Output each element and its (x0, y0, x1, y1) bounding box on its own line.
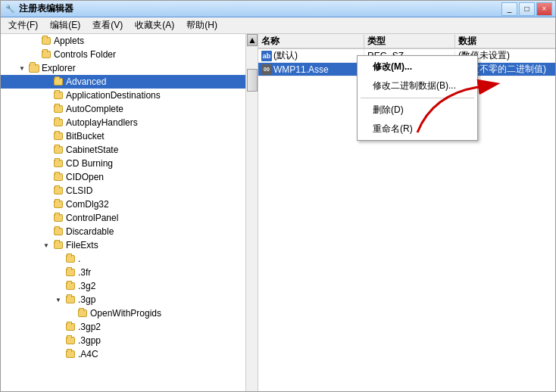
tree-label-dot: . (78, 252, 80, 266)
tree-item-discardable[interactable]: Discardable (1, 225, 258, 238)
tree-item-a4c[interactable]: .A4C (1, 347, 258, 361)
tree-item-explorer[interactable]: Explorer (1, 61, 258, 75)
tree-label-explorer: Explorer (42, 61, 76, 75)
tree-item-autocomplete[interactable]: AutoComplete (1, 102, 258, 116)
col-header-name: 名称 (258, 35, 364, 48)
context-menu-item-rename[interactable]: 重命名(R) (358, 120, 477, 138)
tree-label-cabinetstate: CabinetState (66, 143, 118, 157)
tree-label-cidopen: CIDOpen (66, 170, 104, 184)
tree-label-3gp2: .3gp2 (78, 320, 101, 334)
tree-label-autoplay: AutoplayHandlers (66, 116, 138, 129)
tree-panel[interactable]: Applets Controls Folder Explorer Advance… (1, 34, 258, 392)
folder-icon (52, 212, 64, 224)
col-header-data: 数据 (455, 35, 555, 48)
reg-name-default: (默认) (273, 49, 298, 62)
right-panel: 名称 类型 数据 ab (默认) REG_SZ (数值未设置) 00 WMP11… (258, 34, 555, 392)
context-menu-item-modify-binary[interactable]: 修改二进制数据(B)... (358, 76, 477, 95)
tree-item-cabinetstate[interactable]: CabinetState (1, 143, 258, 157)
folder-icon (64, 348, 77, 360)
reg-cell-name-wmp11: 00 WMP11.Asse (258, 64, 364, 75)
tree-item-3gp[interactable]: .3gp (1, 293, 258, 306)
folder-icon (52, 103, 64, 115)
scrollbar-thumb[interactable] (247, 69, 258, 92)
folder-icon (52, 171, 64, 183)
tree-label-a4c: .A4C (78, 347, 98, 361)
tree-item-controlpanel[interactable]: ControlPanel (1, 211, 258, 225)
tree-label-bitbucket: BitBucket (66, 129, 105, 143)
tree-label-autocomplete: AutoComplete (66, 102, 123, 116)
menu-help[interactable]: 帮助(H) (180, 17, 223, 33)
folder-icon-openwith (77, 307, 89, 319)
tree-item-3fr[interactable]: .3fr (1, 266, 258, 279)
tree-item-comdlg32[interactable]: ComDlg32 (1, 198, 258, 211)
tree-label-comdlg32: ComDlg32 (66, 198, 109, 211)
folder-icon (52, 144, 64, 156)
context-menu-item-delete[interactable]: 删除(D) (358, 101, 477, 120)
tree-label-3gp: .3gp (78, 293, 95, 306)
expand-icon-fileexts[interactable] (40, 242, 52, 249)
tree-item-dot[interactable]: . (1, 252, 258, 266)
reg-type-icon-bits: 00 (261, 64, 272, 75)
tree-label-advanced: Advanced (66, 75, 106, 89)
tree-label-discardable: Discardable (66, 225, 114, 238)
tree-item-fileexts[interactable]: FileExts (1, 238, 258, 252)
folder-icon (64, 321, 77, 333)
tree-item-advanced[interactable]: Advanced (1, 75, 258, 89)
tree-item-clsid[interactable]: CLSID (1, 184, 258, 198)
minimize-button[interactable]: _ (501, 2, 517, 16)
tree-item-autoplay[interactable]: AutoplayHandlers (1, 116, 258, 129)
app-icon: 🔧 (4, 3, 16, 15)
menu-edit[interactable]: 编辑(E) (44, 17, 86, 33)
context-menu: 修改(M)... 修改二进制数据(B)... 删除(D) 重命名(R) (357, 55, 478, 141)
tree-item-openwithprogids[interactable]: OpenWithProgids (1, 306, 258, 320)
folder-icon (40, 48, 52, 61)
close-button[interactable]: × (536, 2, 552, 16)
context-menu-item-modify[interactable]: 修改(M)... (358, 58, 477, 76)
folder-icon-advanced (52, 76, 64, 88)
scrollbar-up-arrow[interactable]: ▲ (247, 34, 258, 46)
reg-name-wmp11: WMP11.Asse (273, 64, 329, 75)
folder-icon-explorer (28, 62, 40, 74)
expand-icon-3gp[interactable] (52, 297, 64, 303)
menu-favorites[interactable]: 收藏夹(A) (129, 17, 180, 33)
tree-item-applets[interactable]: Applets (1, 34, 258, 48)
tree-scrollbar[interactable]: ▲ (245, 34, 258, 392)
registry-table-header: 名称 类型 数据 (258, 34, 555, 49)
folder-icon (52, 117, 64, 129)
folder-icon-fileexts (52, 239, 64, 251)
menu-view[interactable]: 查看(V) (86, 17, 129, 33)
folder-icon (64, 266, 77, 278)
tree-item-3g2[interactable]: .3g2 (1, 279, 258, 293)
folder-icon (52, 89, 64, 101)
tree-item-appdests[interactable]: ApplicationDestinations (1, 89, 258, 102)
folder-icon (52, 157, 64, 170)
menu-file[interactable]: 文件(F) (2, 17, 44, 33)
col-header-type: 类型 (364, 35, 455, 48)
tree-item-cidopen[interactable]: CIDOpen (1, 170, 258, 184)
title-bar: 🔧 注册表编辑器 _ □ × (1, 1, 555, 17)
folder-icon-3gp (64, 294, 77, 306)
folder-icon (52, 198, 64, 210)
folder-icon (64, 280, 77, 292)
maximize-button[interactable]: □ (519, 2, 535, 16)
main-content: Applets Controls Folder Explorer Advance… (1, 34, 555, 392)
menu-bar: 文件(F) 编辑(E) 查看(V) 收藏夹(A) 帮助(H) (1, 17, 555, 34)
folder-icon (64, 253, 77, 265)
expand-icon-explorer[interactable] (16, 65, 28, 72)
tree-label-fileexts: FileExts (66, 238, 98, 252)
tree-item-controls-folder[interactable]: Controls Folder (1, 48, 258, 61)
tree-label-cdburning: CD Burning (66, 157, 113, 170)
reg-cell-name-default: ab (默认) (258, 49, 364, 62)
tree-item-3gp2[interactable]: .3gp2 (1, 320, 258, 334)
tree-label-3gpp: .3gpp (78, 334, 101, 347)
folder-icon (52, 226, 64, 238)
tree-label-3g2: .3g2 (78, 279, 95, 293)
tree-label-controls-folder: Controls Folder (54, 48, 116, 61)
folder-icon (40, 35, 52, 47)
tree-label-applets: Applets (54, 34, 84, 48)
tree-item-cdburning[interactable]: CD Burning (1, 157, 258, 170)
tree-item-bitbucket[interactable]: BitBucket (1, 129, 258, 143)
tree-item-3gpp[interactable]: .3gpp (1, 334, 258, 347)
title-bar-buttons: _ □ × (501, 2, 552, 16)
folder-icon (52, 130, 64, 142)
